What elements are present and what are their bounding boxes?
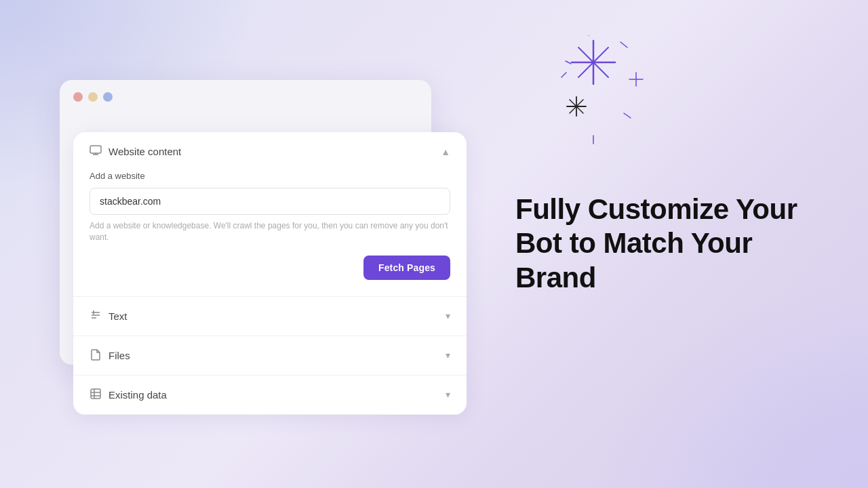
section-text-title: Text — [108, 310, 127, 322]
svg-line-24 — [624, 113, 631, 118]
monitor-icon — [90, 144, 102, 159]
headline-line2: Bot to Match Your Brand — [515, 228, 752, 293]
section-text-header[interactable]: Text ▾ — [73, 297, 467, 336]
section-text-header-left: Text — [90, 309, 127, 323]
section-website-content-chevron: ▲ — [441, 146, 450, 157]
bg-blob-bottom-right — [597, 285, 868, 488]
section-existing-data-title: Existing data — [108, 389, 167, 401]
section-header-left: Website content — [90, 144, 181, 159]
text-icon — [90, 309, 102, 323]
section-files-header-left: Files — [90, 348, 130, 363]
fetch-pages-button[interactable]: Fetch Pages — [363, 256, 450, 280]
table-icon — [90, 388, 102, 402]
url-input[interactable] — [90, 188, 450, 215]
section-existing-data: Existing data ▾ — [73, 375, 467, 415]
section-existing-data-chevron: ▾ — [446, 389, 450, 400]
window-dot-red — [73, 92, 83, 102]
file-icon — [90, 348, 102, 363]
section-website-content: Website content ▲ Add a website Add a we… — [73, 132, 467, 297]
sparkle-svg — [556, 35, 658, 157]
section-existing-data-header[interactable]: Existing data ▾ — [73, 375, 467, 414]
website-section-body: Add a website Add a website or knowledge… — [73, 171, 467, 296]
browser-titlebar — [60, 80, 431, 111]
section-text-chevron: ▾ — [446, 310, 450, 321]
section-website-content-title: Website content — [108, 146, 181, 157]
url-hint-text: Add a website or knowledgebase. We'll cr… — [90, 220, 450, 243]
svg-rect-7 — [91, 389, 100, 399]
section-text: Text ▾ — [73, 297, 467, 336]
svg-line-23 — [566, 61, 571, 64]
right-content: Fully Customize Your Bot to Match Your B… — [515, 192, 814, 295]
svg-line-21 — [620, 42, 627, 47]
section-existing-data-header-left: Existing data — [90, 388, 167, 402]
section-files: Files ▾ — [73, 336, 467, 375]
headline-line1: Fully Customize Your — [515, 193, 797, 225]
section-files-header[interactable]: Files ▾ — [73, 336, 467, 375]
section-website-content-header[interactable]: Website content ▲ — [73, 132, 467, 171]
headline: Fully Customize Your Bot to Match Your B… — [515, 192, 814, 295]
svg-line-22 — [561, 73, 566, 77]
window-dot-green — [103, 92, 113, 102]
svg-rect-0 — [90, 146, 101, 153]
add-website-label: Add a website — [90, 171, 450, 181]
content-card: Website content ▲ Add a website Add a we… — [73, 132, 467, 415]
sparkle-decoration — [556, 35, 658, 157]
section-files-title: Files — [108, 350, 130, 361]
window-dot-yellow — [88, 92, 98, 102]
section-files-chevron: ▾ — [446, 350, 450, 361]
